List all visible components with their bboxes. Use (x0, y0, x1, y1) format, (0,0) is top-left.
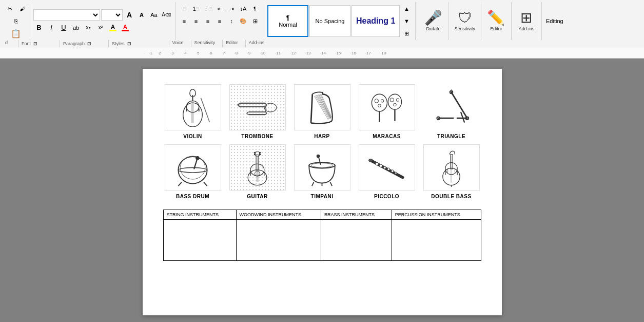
guitar-svg (236, 148, 279, 187)
svg-point-74 (391, 169, 394, 172)
style-normal-preview: ¶ (286, 14, 289, 22)
font-family-select[interactable]: Century Gothic (33, 9, 100, 21)
svg-line-69 (370, 160, 402, 177)
numbering-button[interactable]: 1≡ (190, 3, 202, 14)
editing-section: Editing (542, 2, 568, 40)
svg-point-32 (396, 98, 399, 101)
header-woodwind: WOODWIND INSTRUMENTS (236, 210, 321, 220)
multilevel-button[interactable]: ⋮≡ (202, 3, 213, 14)
paragraph-expand-button[interactable]: ⊡ (86, 40, 93, 47)
svg-rect-81 (451, 154, 453, 168)
ribbon-toolbar: ✂ 🖌 ⎘ 📋 Century Gothic 11 A A Aa A⌫ B (0, 1, 644, 40)
strikethrough-button[interactable]: ab (70, 22, 82, 33)
font-label: Font ⊡ (18, 40, 60, 47)
voice-section: 🎤 Dictate (418, 2, 448, 40)
change-case-button[interactable]: Aa (148, 9, 160, 21)
cell-woodwind[interactable] (236, 220, 321, 261)
sort-button[interactable]: ↕A (238, 3, 249, 14)
instrument-guitar: GUITAR (228, 144, 287, 199)
copy-button[interactable]: ⎘ (10, 15, 22, 27)
voice-section-label: Voice (169, 40, 191, 47)
svg-line-64 (312, 182, 314, 186)
table-body-row (163, 220, 481, 261)
cell-percussion[interactable] (392, 220, 481, 261)
grow-font-button[interactable]: A (124, 9, 135, 21)
svg-line-44 (178, 182, 182, 186)
bullets-button[interactable]: ≡ (179, 3, 190, 14)
document-area[interactable]: VIOLIN (0, 59, 644, 322)
instruments-grid: VIOLIN (163, 84, 481, 199)
dictate-button[interactable]: 🎤 Dictate (420, 4, 446, 38)
instrument-triangle: TRIANGLE (422, 84, 481, 139)
para-row1: ≡ 1≡ ⋮≡ ⇤ ⇥ ↕A ¶ (179, 3, 261, 14)
svg-line-20 (317, 95, 330, 119)
instrument-timpani: TIMPANI (292, 144, 352, 199)
cell-string[interactable] (163, 220, 236, 261)
section-labels-row: d Font ⊡ Paragraph ⊡ Styles ⊡ Voice Sens… (0, 40, 644, 48)
maracas-label: MARACAS (373, 134, 401, 139)
cell-brass[interactable] (321, 220, 392, 261)
instrument-violin: VIOLIN (163, 84, 223, 139)
ribbon: ✂ 🖌 ⎘ 📋 Century Gothic 11 A A Aa A⌫ B (0, 0, 644, 48)
styles-scroll-up[interactable]: ▲ (401, 3, 412, 14)
editing-label: Editing (546, 18, 563, 24)
svg-point-57 (259, 151, 261, 153)
svg-line-16 (311, 94, 313, 123)
svg-point-73 (387, 167, 390, 170)
editor-button[interactable]: ✏️ Editor (483, 4, 509, 38)
editor-label: Editor (490, 26, 502, 32)
shrink-font-button[interactable]: A (136, 9, 147, 21)
cut-button[interactable]: ✂ (4, 3, 15, 14)
svg-line-45 (204, 182, 207, 186)
superscript-button[interactable]: x² (95, 22, 106, 33)
svg-point-63 (311, 163, 333, 167)
violin-image (165, 84, 221, 130)
font-row1: Century Gothic 11 A A Aa A⌫ (33, 9, 172, 21)
underline-button[interactable]: U (58, 22, 69, 33)
svg-point-76 (369, 159, 373, 162)
font-size-select[interactable]: 11 (101, 9, 123, 21)
align-right-button[interactable]: ≡ (202, 15, 213, 27)
paste-button[interactable]: 📋 (10, 28, 22, 39)
piccolo-label: PICCOLO (374, 194, 399, 199)
italic-button[interactable]: I (46, 22, 57, 33)
styles-scroll-down[interactable]: ▼ (401, 15, 412, 27)
shading-button[interactable]: 🎨 (238, 15, 249, 27)
font-color-button[interactable]: A (120, 22, 131, 33)
format-painter-button[interactable]: 🖌 (16, 3, 28, 14)
style-no-spacing-label: No Spacing (316, 18, 345, 24)
styles-expand-button[interactable]: ⊡ (126, 40, 133, 47)
harp-label: HARP (314, 134, 329, 139)
show-hide-button[interactable]: ¶ (249, 3, 261, 14)
style-no-spacing-button[interactable]: No Spacing (309, 5, 350, 37)
triangle-image (423, 84, 480, 130)
harp-image (294, 84, 350, 130)
decrease-indent-button[interactable]: ⇤ (214, 3, 225, 14)
svg-line-24 (321, 94, 332, 117)
clear-format-button[interactable]: A⌫ (161, 9, 172, 21)
align-center-button[interactable]: ≡ (190, 15, 202, 27)
timpani-svg (300, 148, 344, 187)
border-button[interactable]: ⊞ (249, 15, 261, 27)
style-normal-button[interactable]: ¶ Normal (267, 5, 308, 37)
guitar-image (229, 144, 286, 191)
sensitivity-button[interactable]: 🛡 Sensitivity (451, 4, 479, 38)
editor-section: ✏️ Editor (481, 2, 512, 40)
justify-button[interactable]: ≡ (214, 15, 225, 27)
paragraph-section: ≡ 1≡ ⋮≡ ⇤ ⇥ ↕A ¶ ≡ ≡ ≡ ≡ ↕ 🎨 ⊞ (175, 2, 264, 40)
bold-button[interactable]: B (33, 22, 45, 33)
addins-button[interactable]: ⊞ Add-ins (514, 4, 539, 38)
subscript-button[interactable]: x₂ (83, 22, 94, 33)
trombone-label: TROMBONE (241, 134, 273, 139)
styles-expand[interactable]: ⊞ (401, 28, 412, 39)
font-expand-button[interactable]: ⊡ (32, 40, 39, 47)
text-highlight-button[interactable]: A (107, 22, 119, 33)
increase-indent-button[interactable]: ⇥ (226, 3, 237, 14)
header-percussion: PERCUSSION INSTRUMENTS (392, 210, 481, 220)
svg-point-33 (394, 103, 397, 106)
maracas-svg (365, 88, 408, 127)
align-left-button[interactable]: ≡ (179, 15, 190, 27)
triangle-label: TRIANGLE (437, 134, 465, 139)
line-spacing-button[interactable]: ↕ (226, 15, 237, 27)
style-heading1-button[interactable]: Heading 1 (352, 5, 400, 37)
